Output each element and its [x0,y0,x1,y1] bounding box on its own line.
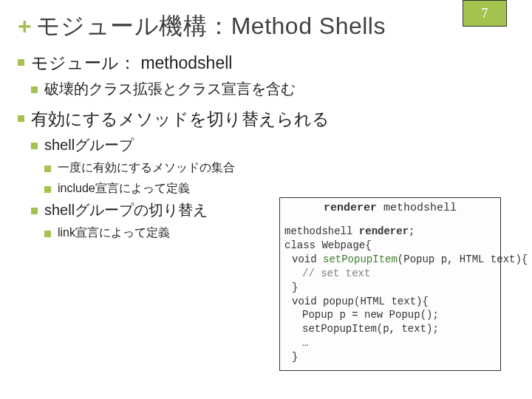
code-line: void popup(HTML text){ [284,295,429,309]
page-number-badge: 7 [463,0,507,27]
code-keyword: renderer [359,225,409,237]
bullet-destructive: 破壊的クラス拡張とクラス宣言を含む [31,79,514,99]
code-fn: setPopupItem [323,253,398,265]
bullet-text: include [58,182,95,194]
title-row: + モジュール機構：Method Shells [18,10,514,43]
code-line: methodshell [284,225,359,237]
bullet-text: グループ [75,137,134,153]
bullet-text: shell [44,137,75,153]
bullet-text: 破壊的クラス拡張とクラス宣言を含む [44,81,296,97]
bullet-text: 有効にするメソッドを切り替えられる [31,109,330,129]
code-line: } [284,350,298,364]
code-comment: // set text [284,267,370,281]
bullet-text: 宣言によって定義 [95,182,190,194]
slide-title: モジュール機構：Method Shells [36,10,386,43]
code-line: ; [409,225,415,237]
slide: 7 + モジュール機構：Method Shells モジュール： methods… [0,0,532,399]
bullet-module: モジュール： methodshell 破壊的クラス拡張とクラス宣言を含む [18,52,514,99]
code-line: void setPopupItem(Popup p, HTML text){ [284,253,528,267]
plus-icon: + [18,14,32,38]
bullet-text: モジュール [31,53,119,72]
bullet-text: shell [44,202,75,218]
code-keyword: renderer [324,202,377,214]
bullet-text: link [58,226,75,239]
code-line: setPopupItem(p, text); [284,322,439,336]
code-body: methodshell renderer; class Webpage{ voi… [280,225,500,370]
code-box: renderer methodshell methodshell rendere… [279,197,501,371]
code-line: } [284,281,298,295]
code-text: methodshell [377,202,457,214]
bullet-shellgroup: shellグループ 一度に有効にするメソッドの集合 include宣言によって定… [31,135,514,196]
bullet-include: include宣言によって定義 [44,180,514,197]
code-line: class Webpage{ [284,239,372,251]
bullet-text: ： methodshell [119,53,232,72]
bullet-text: 一度に有効にするメソッドの集合 [58,161,235,174]
bullet-text: グループの切り替え [75,202,208,218]
bullet-text: 宣言によって定義 [75,226,170,239]
code-line: Popup p = new Popup(); [284,308,439,322]
code-line: … [284,336,308,350]
bullet-set: 一度に有効にするメソッドの集合 [44,160,514,176]
code-box-title: renderer methodshell [280,198,500,225]
